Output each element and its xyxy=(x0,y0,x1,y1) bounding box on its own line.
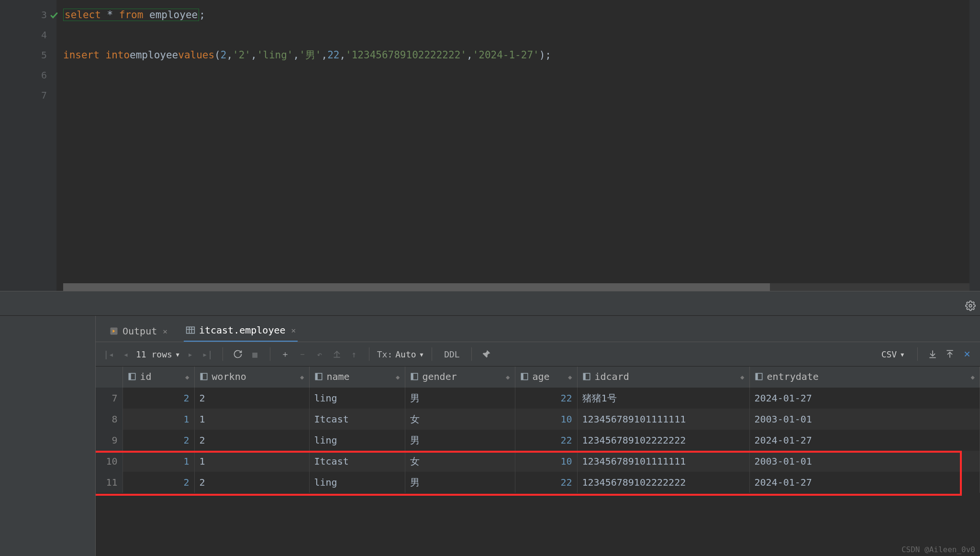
submit-icon[interactable]: ↑ xyxy=(347,347,361,361)
sql-string: 'ling' xyxy=(257,49,293,61)
revert-icon[interactable]: ↶ xyxy=(312,347,327,361)
cell-id[interactable]: 2 xyxy=(122,430,194,451)
result-toolbar: |◂ ◂ 11 rows ▾ ▸ ▸| ■ ＋ － ↶ ↑ Tx: xyxy=(96,342,980,367)
svg-rect-9 xyxy=(129,373,131,380)
export-format-dropdown[interactable]: CSV ▾ xyxy=(881,349,905,359)
column-header-entrydate[interactable]: entrydate◆ xyxy=(749,367,980,388)
cell-name[interactable]: ling xyxy=(309,388,405,409)
cell-entrydate[interactable]: 2024-01-27 xyxy=(749,388,980,409)
cell-age[interactable]: 10 xyxy=(515,451,577,472)
column-icon xyxy=(314,372,323,381)
column-header-workno[interactable]: workno◆ xyxy=(194,367,309,388)
download-icon[interactable] xyxy=(925,347,940,361)
cell-workno[interactable]: 2 xyxy=(194,430,309,451)
cell-gender[interactable]: 男 xyxy=(405,430,515,451)
row-count-dropdown[interactable]: 11 rows ▾ xyxy=(136,349,180,359)
reload-icon[interactable] xyxy=(231,347,245,361)
cell-name[interactable]: Itcast xyxy=(309,451,405,472)
pin-icon[interactable] xyxy=(479,347,494,361)
close-icon[interactable]: ✕ xyxy=(291,326,296,335)
sort-icon[interactable]: ◆ xyxy=(740,373,744,381)
cell-gender[interactable]: 男 xyxy=(405,472,515,493)
result-tool-window: Output ✕ itcast.employee ✕ |◂ ◂ 11 rows … xyxy=(0,316,980,556)
code-area[interactable]: select * from employee; insert into empl… xyxy=(56,0,969,291)
sql-string: '2024-1-27' xyxy=(473,49,539,61)
cell-gender[interactable]: 男 xyxy=(405,388,515,409)
commit-icon[interactable] xyxy=(330,347,344,361)
cell-gender[interactable]: 女 xyxy=(405,451,515,472)
sort-icon[interactable]: ◆ xyxy=(185,373,189,381)
cell-age[interactable]: 22 xyxy=(515,472,577,493)
splitter-bar[interactable] xyxy=(0,291,980,316)
cell-entrydate[interactable]: 2024-01-27 xyxy=(749,472,980,493)
compare-icon[interactable] xyxy=(960,347,974,361)
sort-icon[interactable]: ◆ xyxy=(506,373,510,381)
cell-age[interactable]: 22 xyxy=(515,388,577,409)
table-row[interactable]: 811Itcast女101234567891011111112003-01-01 xyxy=(96,409,980,430)
delete-row-icon[interactable]: － xyxy=(295,347,310,361)
column-header-idcard[interactable]: idcard◆ xyxy=(577,367,749,388)
cell-name[interactable]: ling xyxy=(309,430,405,451)
cell-entrydate[interactable]: 2003-01-01 xyxy=(749,451,980,472)
cell-name[interactable]: ling xyxy=(309,472,405,493)
first-page-icon[interactable]: |◂ xyxy=(101,347,116,361)
cell-id[interactable]: 2 xyxy=(122,388,194,409)
sort-icon[interactable]: ◆ xyxy=(396,373,400,381)
table-row[interactable]: 1122ling男221234567891022222222024-01-27 xyxy=(96,472,980,493)
editor-hscrollbar[interactable] xyxy=(63,283,969,291)
column-label: entrydate xyxy=(767,371,819,382)
cell-entrydate[interactable]: 2003-01-01 xyxy=(749,409,980,430)
sort-icon[interactable]: ◆ xyxy=(568,373,572,381)
last-page-icon[interactable]: ▸| xyxy=(200,347,215,361)
cell-entrydate[interactable]: 2024-01-27 xyxy=(749,430,980,451)
column-icon xyxy=(755,372,763,381)
tab-result-table[interactable]: itcast.employee ✕ xyxy=(184,320,298,342)
cell-idcard[interactable]: 123456789101111111 xyxy=(577,451,749,472)
row-number: 7 xyxy=(96,388,122,409)
cell-id[interactable]: 2 xyxy=(122,472,194,493)
result-grid[interactable]: id◆ workno◆ name◆ gender◆ age◆ idcard◆ e… xyxy=(96,367,980,556)
gear-icon[interactable] xyxy=(961,296,980,315)
stop-icon[interactable]: ■ xyxy=(248,347,262,361)
table-row[interactable]: 722ling男22猪猪1号2024-01-27 xyxy=(96,388,980,409)
cell-age[interactable]: 22 xyxy=(515,430,577,451)
cell-idcard[interactable]: 猪猪1号 xyxy=(577,388,749,409)
cell-workno[interactable]: 1 xyxy=(194,451,309,472)
upload-icon[interactable] xyxy=(943,347,957,361)
column-header-name[interactable]: name◆ xyxy=(309,367,405,388)
sort-icon[interactable]: ◆ xyxy=(300,373,304,381)
column-label: gender xyxy=(423,371,457,382)
cell-id[interactable]: 1 xyxy=(122,451,194,472)
column-header-id[interactable]: id◆ xyxy=(122,367,194,388)
comma: , xyxy=(339,49,345,61)
cell-idcard[interactable]: 123456789102222222 xyxy=(577,430,749,451)
tx-mode-dropdown[interactable]: Auto ▾ xyxy=(395,349,424,359)
tab-output[interactable]: Output ✕ xyxy=(107,321,169,342)
column-header-age[interactable]: age◆ xyxy=(515,367,577,388)
editor-scrollbar[interactable] xyxy=(969,0,980,291)
cell-idcard[interactable]: 123456789102222222 xyxy=(577,472,749,493)
cell-gender[interactable]: 女 xyxy=(405,409,515,430)
close-icon[interactable]: ✕ xyxy=(163,327,167,336)
add-row-icon[interactable]: ＋ xyxy=(278,347,292,361)
cell-idcard[interactable]: 123456789101111111 xyxy=(577,409,749,430)
table-row[interactable]: 1011Itcast女101234567891011111112003-01-0… xyxy=(96,451,980,472)
row-number: 10 xyxy=(96,451,122,472)
ddl-button[interactable]: DDL xyxy=(440,347,464,361)
svg-rect-11 xyxy=(200,373,203,380)
table-row[interactable]: 922ling男221234567891022222222024-01-27 xyxy=(96,430,980,451)
row-number: 11 xyxy=(96,472,122,493)
editor-left-margin xyxy=(0,0,9,291)
sort-icon[interactable]: ◆ xyxy=(971,373,975,381)
cell-id[interactable]: 1 xyxy=(122,409,194,430)
cell-age[interactable]: 10 xyxy=(515,409,577,430)
next-page-icon[interactable]: ▸ xyxy=(183,347,198,361)
cell-name[interactable]: Itcast xyxy=(309,409,405,430)
cell-workno[interactable]: 1 xyxy=(194,409,309,430)
cell-workno[interactable]: 2 xyxy=(194,388,309,409)
tx-mode-label: Auto xyxy=(395,349,416,359)
prev-page-icon[interactable]: ◂ xyxy=(119,347,133,361)
column-header-gender[interactable]: gender◆ xyxy=(405,367,515,388)
cell-workno[interactable]: 2 xyxy=(194,472,309,493)
sql-editor[interactable]: 3 4 5 6 7 select * from employee; insert… xyxy=(0,0,980,291)
